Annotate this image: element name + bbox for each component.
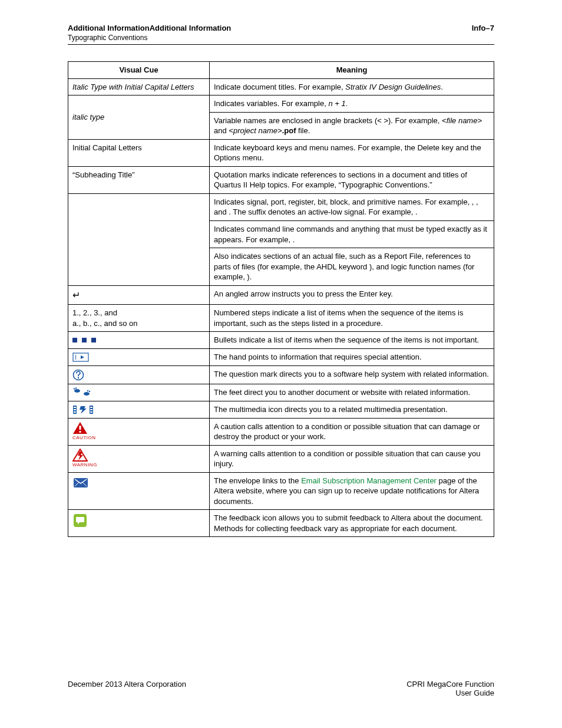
meaning-cell: The hand points to information that requ… (210, 348, 494, 365)
meaning-cell: Indicate document titles. For example, S… (210, 78, 494, 95)
text: a., b., c., and so on (72, 318, 205, 329)
footer-right: CPRI MegaCore Function User Guide (406, 680, 494, 697)
caution-label: CAUTION (72, 435, 205, 442)
text: Indicates variables. For example, (214, 99, 328, 108)
header-page-number: Info–7 (472, 24, 494, 32)
table-header-row: Visual Cue Meaning (68, 62, 494, 79)
hand-point-icon (72, 352, 89, 363)
svg-rect-15 (90, 409, 92, 410)
page-header: Additional InformationAdditional Informa… (68, 24, 494, 45)
text: Variable names are enclosed in angle bra… (214, 116, 442, 125)
table-row: The feedback icon allows you to submit f… (68, 510, 494, 537)
svg-rect-16 (90, 411, 92, 413)
meaning-cell: Numbered steps indicate a list of items … (210, 305, 494, 332)
caution-icon (72, 421, 88, 434)
cue-enter-arrow: ↵ (68, 285, 210, 305)
cue-numbered-steps: 1., 2., 3., and a., b., c., and so on (68, 305, 210, 332)
table-row: WARNING A warning calls attention to a c… (68, 445, 494, 472)
cue-envelope (68, 472, 210, 510)
table-row: 1., 2., 3., and a., b., c., and so on Nu… (68, 305, 494, 332)
text: The envelope links to the (214, 476, 301, 485)
envelope-icon (72, 476, 89, 489)
text-italic: n + 1 (328, 99, 345, 108)
footer-left: December 2013 Altera Corporation (68, 680, 186, 697)
header-left: Additional InformationAdditional Informa… (68, 24, 231, 42)
table-row: ↵ An angled arrow instructs you to press… (68, 285, 494, 305)
table-row: italic type Indicates variables. For exa… (68, 95, 494, 113)
cue-initial-caps: Initial Capital Letters (68, 139, 210, 166)
footer-doc-subtitle: User Guide (406, 689, 494, 697)
enter-arrow-icon: ↵ (72, 290, 80, 300)
cue-warning: WARNING (68, 445, 210, 472)
meaning-cell: An angled arrow instructs you to press t… (210, 285, 494, 305)
table-row: The multimedia icon directs you to a rel… (68, 401, 494, 418)
meaning-cell: The multimedia icon directs you to a rel… (210, 401, 494, 418)
svg-rect-17 (80, 426, 81, 430)
text-italic: <project name> (229, 126, 282, 135)
text: file. (296, 126, 310, 135)
svg-point-4 (74, 388, 75, 389)
email-subscription-link[interactable]: Email Subscription Management Center (301, 476, 437, 485)
table-row: The hand points to information that requ… (68, 348, 494, 365)
cue-hand (68, 348, 210, 365)
meaning-cell: A warning calls attention to a condition… (210, 445, 494, 472)
svg-point-7 (89, 391, 90, 392)
footer-doc-title: CPRI MegaCore Function (406, 680, 494, 689)
svg-point-8 (87, 390, 88, 391)
table-row: “Subheading Title” Quotation marks indic… (68, 166, 494, 193)
svg-point-5 (75, 387, 77, 388)
text: Indicate document titles. For example, (214, 83, 345, 91)
question-mark-icon (72, 369, 84, 381)
meaning-cell: The feet direct you to another document … (210, 384, 494, 401)
meaning-cell: Variable names are enclosed in angle bra… (210, 112, 494, 139)
meaning-cell: Indicates command line commands and anyt… (210, 221, 494, 248)
svg-rect-10 (74, 407, 76, 408)
multimedia-icon (72, 404, 94, 415)
feedback-icon (72, 513, 88, 528)
typographic-conventions-table: Visual Cue Meaning Italic Type with Init… (68, 61, 494, 537)
cue-feedback (68, 510, 210, 537)
cue-multimedia (68, 401, 210, 418)
page-footer: December 2013 Altera Corporation CPRI Me… (68, 680, 494, 697)
cue-italic-type: italic type (68, 95, 210, 140)
cue-question (68, 365, 210, 384)
table-row: Indicates signal, port, register, bit, b… (68, 193, 494, 220)
meaning-cell: A caution calls attention to a condition… (210, 418, 494, 445)
table-row: Initial Capital Letters Indicate keyboar… (68, 139, 494, 166)
meaning-cell: The question mark directs you to a softw… (210, 365, 494, 384)
text-bold: .pof (282, 126, 296, 135)
table-row: CAUTION A caution calls attention to a c… (68, 418, 494, 445)
document-page: Additional InformationAdditional Informa… (0, 0, 562, 728)
meaning-cell: Also indicates sections of an actual fil… (210, 248, 494, 286)
cue-courier (68, 193, 210, 285)
svg-rect-11 (74, 409, 76, 410)
col-visual-cue: Visual Cue (68, 62, 210, 79)
cue-bullets (68, 332, 210, 349)
col-meaning: Meaning (210, 62, 494, 79)
meaning-cell: Quotation marks indicate references to s… (210, 166, 494, 193)
bullets-icon (72, 335, 205, 345)
text-italic: Stratix IV Design Guidelines (345, 83, 441, 91)
table-row: The feet direct you to another document … (68, 384, 494, 401)
text-italic: <file name> (442, 116, 482, 125)
cue-subheading: “Subheading Title” (68, 166, 210, 193)
meaning-cell: The feedback icon allows you to submit f… (210, 510, 494, 537)
cue-italic-caps: Italic Type with Initial Capital Letters (68, 78, 210, 95)
header-section-title: Typographic Conventions (68, 34, 231, 42)
table-row: Italic Type with Initial Capital Letters… (68, 78, 494, 95)
table-row: The question mark directs you to a softw… (68, 365, 494, 384)
svg-rect-18 (80, 431, 81, 433)
meaning-cell: Indicates signal, port, register, bit, b… (210, 193, 494, 220)
meaning-cell: Indicates variables. For example, n + 1. (210, 95, 494, 113)
meaning-cell: The envelope links to the Email Subscrip… (210, 472, 494, 510)
table-row: The envelope links to the Email Subscrip… (68, 472, 494, 510)
text: 1., 2., 3., and (72, 308, 205, 318)
meaning-cell: Bullets indicate a list of items when th… (210, 332, 494, 349)
svg-point-6 (84, 392, 90, 396)
header-chapter-title: Additional InformationAdditional Informa… (68, 24, 231, 32)
warning-label: WARNING (72, 462, 205, 469)
text: . (441, 83, 443, 91)
table-row: Bullets indicate a list of items when th… (68, 332, 494, 349)
warning-icon (72, 449, 88, 462)
svg-rect-14 (90, 407, 92, 408)
